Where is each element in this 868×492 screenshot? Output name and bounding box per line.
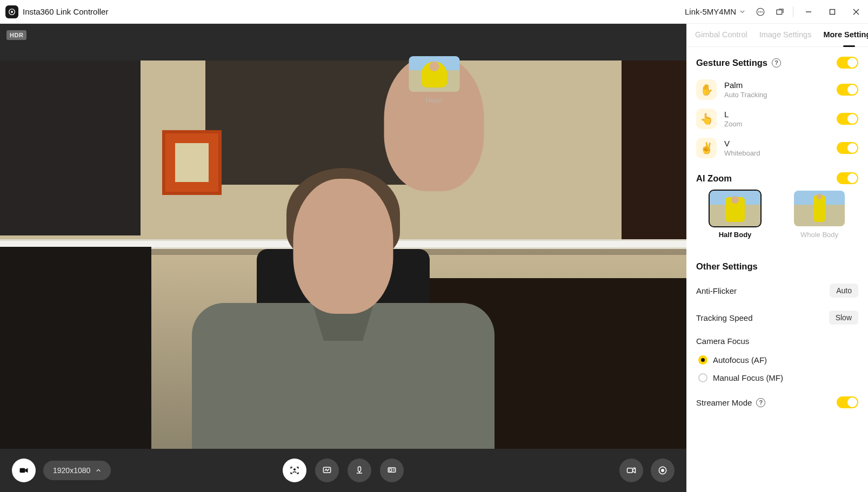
- autofocus-label: Autofocus (AF): [713, 355, 767, 365]
- hdr-badge: HDR: [6, 30, 26, 40]
- device-dropdown[interactable]: Link-5MY4MN: [679, 4, 751, 19]
- anti-flicker-value[interactable]: Auto: [830, 284, 858, 298]
- svg-rect-7: [830, 9, 835, 14]
- svg-rect-6: [777, 10, 782, 14]
- svg-rect-11: [358, 467, 361, 471]
- video-bottom-bar: 1920x1080: [0, 449, 686, 492]
- tracking-speed-row: Tracking Speed Slow: [696, 304, 858, 331]
- radio-on-icon: [698, 355, 707, 365]
- maximize-icon: [829, 9, 836, 15]
- tracking-mode-button[interactable]: [283, 459, 306, 482]
- app-title: Insta360 Link Controller: [23, 7, 108, 16]
- app-icon: [5, 5, 18, 18]
- svg-point-17: [661, 469, 664, 472]
- gesture-name: Palm: [724, 80, 829, 90]
- snapshot-icon: [626, 465, 637, 476]
- gesture-settings-title: Gesture Settings ?: [696, 58, 781, 68]
- gesture-name: V: [724, 139, 829, 148]
- aizoom-label: Half Body: [719, 231, 752, 239]
- aizoom-option-half-body[interactable]: Half Body: [696, 191, 774, 239]
- gesture-desc: Whiteboard: [724, 149, 829, 157]
- anti-flicker-row: Anti-Flicker Auto: [696, 277, 858, 304]
- gesture-v: ✌️ V Whiteboard: [696, 133, 858, 163]
- overhead-icon: [354, 465, 365, 476]
- streamer-mode-toggle[interactable]: [837, 396, 858, 408]
- tracking-speed-value[interactable]: Slow: [829, 311, 858, 325]
- manual-focus-label: Manual Focus (MF): [713, 373, 783, 382]
- svg-point-1: [11, 11, 13, 13]
- gesture-l-toggle[interactable]: [837, 113, 858, 125]
- camera-toggle-button[interactable]: [12, 459, 36, 482]
- gesture-v-toggle[interactable]: [837, 142, 858, 154]
- svg-point-5: [762, 11, 763, 12]
- content: HDR: [0, 24, 868, 492]
- l-icon: 👆: [696, 109, 717, 129]
- tracking-frame-icon: [289, 465, 300, 476]
- svg-rect-13: [389, 469, 391, 471]
- info-icon[interactable]: ?: [772, 58, 781, 68]
- resolution-value: 1920x1080: [53, 466, 90, 475]
- gesture-desc: Zoom: [724, 120, 829, 128]
- resolution-dropdown[interactable]: 1920x1080: [43, 461, 111, 480]
- streamer-mode-label: Streamer Mode ?: [696, 398, 765, 407]
- camera-focus-title: Camera Focus: [696, 336, 858, 346]
- other-settings-title: Other Settings: [696, 261, 858, 272]
- radio-off-icon: [698, 373, 707, 382]
- more-menu-button[interactable]: [751, 2, 770, 22]
- gesture-palm-toggle[interactable]: [837, 84, 858, 96]
- record-button[interactable]: [651, 459, 675, 482]
- separator: [793, 6, 793, 17]
- v-icon: ✌️: [696, 138, 717, 158]
- whiteboard-icon: [322, 465, 332, 476]
- popout-icon: [775, 7, 785, 17]
- close-icon: [853, 9, 859, 15]
- chevron-down-icon: [739, 9, 745, 15]
- tab-image-settings[interactable]: Image Settings: [759, 30, 812, 46]
- close-button[interactable]: [844, 0, 868, 24]
- aizoom-thumb-whole: [794, 191, 845, 226]
- ai-zoom-toggle[interactable]: [837, 172, 858, 184]
- palm-icon: ✋: [696, 79, 717, 100]
- deskview-mode-button[interactable]: [380, 459, 404, 482]
- ai-zoom-title: AI Zoom: [696, 173, 732, 184]
- more-horizontal-icon: [756, 7, 765, 17]
- gesture-l: 👆 L Zoom: [696, 104, 858, 133]
- info-icon[interactable]: ?: [756, 398, 765, 407]
- device-name: Link-5MY4MN: [685, 7, 736, 16]
- minimize-icon: [805, 9, 812, 15]
- settings-tabs: Gimbal Control Image Settings More Setti…: [686, 24, 868, 47]
- svg-point-15: [633, 467, 635, 468]
- aizoom-label: Whole Body: [800, 231, 838, 239]
- maximize-button[interactable]: [820, 0, 844, 24]
- svg-point-3: [758, 11, 759, 12]
- gesture-settings-toggle[interactable]: [837, 57, 858, 69]
- gesture-desc: Auto Tracking: [724, 91, 829, 99]
- aizoom-option-whole-body[interactable]: Whole Body: [780, 191, 858, 239]
- tracking-speed-label: Tracking Speed: [696, 313, 753, 322]
- gesture-name: L: [724, 110, 829, 119]
- tab-gimbal-control[interactable]: Gimbal Control: [695, 30, 747, 46]
- camera-feed: [0, 60, 686, 449]
- chevron-up-icon: [96, 468, 101, 473]
- popout-button[interactable]: [770, 2, 790, 22]
- settings-panel: Gesture Settings ? ✋ Palm Auto Tracking …: [686, 47, 868, 436]
- anti-flicker-label: Anti-Flicker: [696, 286, 737, 295]
- snapshot-button[interactable]: [619, 459, 643, 482]
- svg-rect-14: [627, 468, 633, 473]
- gesture-palm: ✋ Palm Auto Tracking: [696, 75, 858, 104]
- titlebar: Insta360 Link Controller Link-5MY4MN: [0, 0, 868, 24]
- video-pane: HDR: [0, 24, 686, 492]
- whiteboard-mode-button[interactable]: [315, 459, 339, 482]
- svg-rect-8: [20, 468, 25, 473]
- settings-sidebar: Gimbal Control Image Settings More Setti…: [686, 24, 868, 492]
- svg-point-4: [760, 11, 761, 12]
- deskview-icon: [386, 465, 397, 476]
- manual-focus-option[interactable]: Manual Focus (MF): [696, 369, 858, 387]
- tab-more-settings[interactable]: More Settings: [823, 30, 868, 46]
- autofocus-option[interactable]: Autofocus (AF): [696, 351, 858, 369]
- video-camera-icon: [18, 465, 29, 476]
- record-icon: [657, 465, 668, 476]
- overhead-mode-button[interactable]: [348, 459, 371, 482]
- minimize-button[interactable]: [797, 0, 820, 24]
- aizoom-thumb-half: [710, 191, 760, 226]
